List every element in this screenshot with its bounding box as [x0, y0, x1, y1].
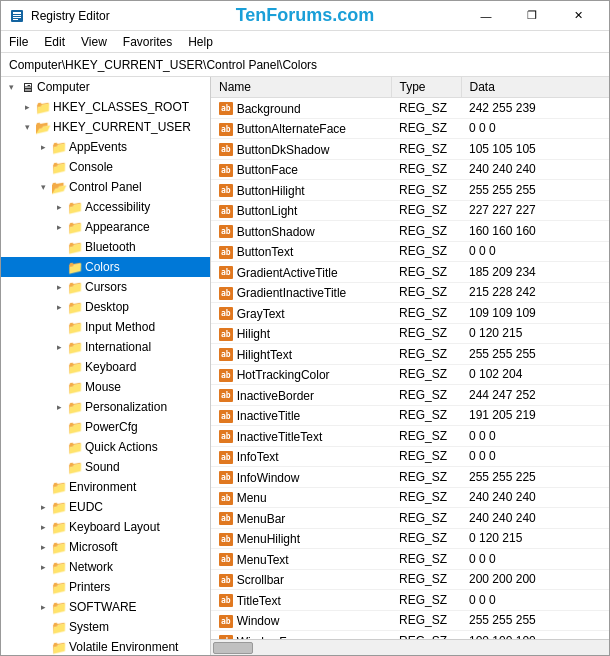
expand-keyboardlayout[interactable]	[35, 519, 51, 535]
reg-name: MenuText	[237, 553, 289, 567]
table-row[interactable]: ab Window REG_SZ 255 255 255	[211, 610, 609, 631]
col-header-data[interactable]: Data	[461, 77, 609, 98]
tree-item-quickactions[interactable]: 📁 Quick Actions	[1, 437, 210, 457]
reg-icon: ab GrayText	[219, 307, 285, 321]
table-row[interactable]: ab WindowFrame REG_SZ 100 100 100	[211, 631, 609, 640]
tree-item-mouse[interactable]: 📁 Mouse	[1, 377, 210, 397]
reg-icon: ab Background	[219, 102, 301, 116]
table-row[interactable]: ab GradientActiveTitle REG_SZ 185 209 23…	[211, 262, 609, 283]
detail-panel[interactable]: Name Type Data ab Background REG_SZ 242 …	[211, 77, 609, 639]
tree-item-colors[interactable]: 📁 Colors	[1, 257, 210, 277]
expand-hkcu[interactable]	[19, 119, 35, 135]
close-button[interactable]: ✕	[555, 1, 601, 31]
menu-file[interactable]: File	[1, 33, 36, 51]
tree-item-network[interactable]: 📁 Network	[1, 557, 210, 577]
table-row[interactable]: ab ButtonText REG_SZ 0 0 0	[211, 241, 609, 262]
table-row[interactable]: ab Scrollbar REG_SZ 200 200 200	[211, 569, 609, 590]
reg-icon: ab MenuText	[219, 553, 289, 567]
expand-appevents[interactable]	[35, 139, 51, 155]
tree-item-controlpanel[interactable]: 📂 Control Panel	[1, 177, 210, 197]
menu-favorites[interactable]: Favorites	[115, 33, 180, 51]
expand-desktop[interactable]	[51, 299, 67, 315]
tree-label-bluetooth: Bluetooth	[85, 237, 136, 257]
address-bar[interactable]: Computer\HKEY_CURRENT_USER\Control Panel…	[1, 53, 609, 77]
maximize-button[interactable]: ❐	[509, 1, 555, 31]
tree-item-cursors[interactable]: 📁 Cursors	[1, 277, 210, 297]
menu-edit[interactable]: Edit	[36, 33, 73, 51]
table-row[interactable]: ab MenuBar REG_SZ 240 240 240	[211, 508, 609, 529]
table-row[interactable]: ab MenuText REG_SZ 0 0 0	[211, 549, 609, 570]
table-row[interactable]: ab ButtonDkShadow REG_SZ 105 105 105	[211, 139, 609, 160]
tree-item-hkcu[interactable]: 📂 HKEY_CURRENT_USER	[1, 117, 210, 137]
table-row[interactable]: ab ButtonFace REG_SZ 240 240 240	[211, 159, 609, 180]
tree-item-microsoft[interactable]: 📁 Microsoft	[1, 537, 210, 557]
tree-item-sound[interactable]: 📁 Sound	[1, 457, 210, 477]
menu-view[interactable]: View	[73, 33, 115, 51]
reg-icon: ab InfoText	[219, 450, 279, 464]
table-row[interactable]: ab InfoText REG_SZ 0 0 0	[211, 446, 609, 467]
tree-item-hkcr[interactable]: 📁 HKEY_CLASSES_ROOT	[1, 97, 210, 117]
table-row[interactable]: ab ButtonAlternateFace REG_SZ 0 0 0	[211, 118, 609, 139]
tree-item-keyboardlayout[interactable]: 📁 Keyboard Layout	[1, 517, 210, 537]
expand-controlpanel[interactable]	[35, 179, 51, 195]
table-row[interactable]: ab Background REG_SZ 242 255 239	[211, 98, 609, 119]
cell-name: ab ButtonShadow	[211, 221, 391, 242]
tree-item-keyboard[interactable]: 📁 Keyboard	[1, 357, 210, 377]
tree-item-powercfg[interactable]: 📁 PowerCfg	[1, 417, 210, 437]
table-row[interactable]: ab InactiveBorder REG_SZ 244 247 252	[211, 385, 609, 406]
eudc-icon: 📁	[51, 499, 67, 515]
reg-badge: ab	[219, 492, 233, 505]
table-row[interactable]: ab ButtonLight REG_SZ 227 227 227	[211, 200, 609, 221]
expand-software[interactable]	[35, 599, 51, 615]
tree-panel[interactable]: 🖥 Computer 📁 HKEY_CLASSES_ROOT 📂 HKEY_CU…	[1, 77, 211, 655]
cell-name: ab MenuHilight	[211, 528, 391, 549]
tree-item-computer[interactable]: 🖥 Computer	[1, 77, 210, 97]
tree-item-appevents[interactable]: 📁 AppEvents	[1, 137, 210, 157]
col-header-type[interactable]: Type	[391, 77, 461, 98]
tree-item-desktop[interactable]: 📁 Desktop	[1, 297, 210, 317]
scroll-thumb[interactable]	[213, 642, 253, 654]
table-row[interactable]: ab ButtonHilight REG_SZ 255 255 255	[211, 180, 609, 201]
tree-item-accessibility[interactable]: 📁 Accessibility	[1, 197, 210, 217]
tree-item-appearance[interactable]: 📁 Appearance	[1, 217, 210, 237]
table-row[interactable]: ab GrayText REG_SZ 109 109 109	[211, 303, 609, 324]
tree-item-console[interactable]: 📁 Console	[1, 157, 210, 177]
expand-microsoft[interactable]	[35, 539, 51, 555]
expand-personalization[interactable]	[51, 399, 67, 415]
table-row[interactable]: ab TitleText REG_SZ 0 0 0	[211, 590, 609, 611]
tree-item-system[interactable]: 📁 System	[1, 617, 210, 637]
reg-icon: ab TitleText	[219, 594, 281, 608]
expand-network[interactable]	[35, 559, 51, 575]
table-row[interactable]: ab InactiveTitleText REG_SZ 0 0 0	[211, 426, 609, 447]
expand-cursors[interactable]	[51, 279, 67, 295]
horizontal-scrollbar[interactable]	[211, 639, 609, 655]
table-row[interactable]: ab Menu REG_SZ 240 240 240	[211, 487, 609, 508]
tree-item-environment[interactable]: 📁 Environment	[1, 477, 210, 497]
menu-help[interactable]: Help	[180, 33, 221, 51]
tree-item-software[interactable]: 📁 SOFTWARE	[1, 597, 210, 617]
table-row[interactable]: ab InactiveTitle REG_SZ 191 205 219	[211, 405, 609, 426]
col-header-name[interactable]: Name	[211, 77, 391, 98]
tree-item-bluetooth[interactable]: 📁 Bluetooth	[1, 237, 210, 257]
table-row[interactable]: ab MenuHilight REG_SZ 0 120 215	[211, 528, 609, 549]
table-row[interactable]: ab HotTrackingColor REG_SZ 0 102 204	[211, 364, 609, 385]
tree-item-volatileenv[interactable]: 📁 Volatile Environment	[1, 637, 210, 655]
tree-item-printers[interactable]: 📁 Printers	[1, 577, 210, 597]
table-row[interactable]: ab HilightText REG_SZ 255 255 255	[211, 344, 609, 365]
expand-international[interactable]	[51, 339, 67, 355]
software-icon: 📁	[51, 599, 67, 615]
tree-item-eudc[interactable]: 📁 EUDC	[1, 497, 210, 517]
tree-item-personalization[interactable]: 📁 Personalization	[1, 397, 210, 417]
expand-computer[interactable]	[3, 79, 19, 95]
minimize-button[interactable]: —	[463, 1, 509, 31]
expand-appearance[interactable]	[51, 219, 67, 235]
tree-item-inputmethod[interactable]: 📁 Input Method	[1, 317, 210, 337]
tree-item-international[interactable]: 📁 International	[1, 337, 210, 357]
expand-hkcr[interactable]	[19, 99, 35, 115]
table-row[interactable]: ab GradientInactiveTitle REG_SZ 215 228 …	[211, 282, 609, 303]
table-row[interactable]: ab Hilight REG_SZ 0 120 215	[211, 323, 609, 344]
expand-accessibility[interactable]	[51, 199, 67, 215]
table-row[interactable]: ab ButtonShadow REG_SZ 160 160 160	[211, 221, 609, 242]
expand-eudc[interactable]	[35, 499, 51, 515]
table-row[interactable]: ab InfoWindow REG_SZ 255 255 225	[211, 467, 609, 488]
